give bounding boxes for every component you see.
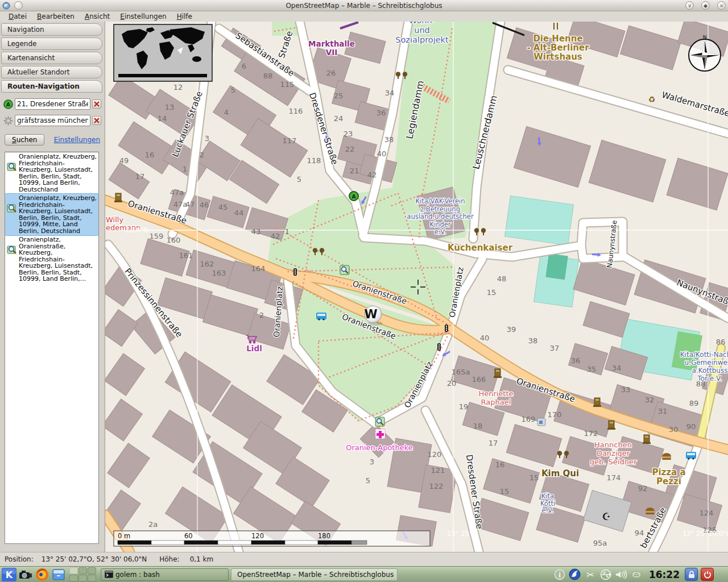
house-number: 34 xyxy=(612,364,622,372)
svg-text:K: K xyxy=(6,569,13,580)
file-drawer-icon xyxy=(52,569,65,580)
maximize-button[interactable]: ◆ xyxy=(701,1,710,10)
house-number: 44 xyxy=(234,209,244,217)
house-number: 13 xyxy=(165,103,175,111)
house-number: 2 xyxy=(200,151,204,159)
house-number: 40 xyxy=(377,149,387,158)
house-number: 40 xyxy=(480,334,490,342)
panel-hide-handle[interactable] xyxy=(718,567,728,582)
desktop-pager xyxy=(69,567,96,581)
house-number: 31 xyxy=(658,407,668,415)
taskbar-item-konsole[interactable]: golem : bash xyxy=(101,568,229,581)
menu-datei[interactable]: Datei xyxy=(3,12,32,21)
route-from-delete-button[interactable] xyxy=(92,99,101,109)
klipper-scissors-icon[interactable]: ✂ xyxy=(584,568,597,581)
map-scale-bar: 0 m60120180 xyxy=(114,531,430,546)
route-start-marker[interactable]: A xyxy=(349,192,358,201)
kmenu-button[interactable]: K xyxy=(2,568,16,581)
house-number: 163 xyxy=(212,269,226,277)
pager-desktop-4[interactable] xyxy=(69,575,78,581)
map-canvas[interactable]: ☪ ♻ A W SebastianstraßeStraßeDresde xyxy=(105,22,728,552)
house-number: 122 xyxy=(429,482,444,490)
title-bar: OpenStreetMap – Marble – Schreibtischglo… xyxy=(0,0,728,11)
usb-device-icon[interactable] xyxy=(599,568,612,581)
house-number: 116 xyxy=(289,107,303,115)
house-number: 124 xyxy=(700,509,714,517)
menu-einstellungen[interactable]: Einstellungen xyxy=(115,12,171,21)
house-number: 21 xyxy=(350,167,359,175)
menu-ansicht[interactable]: Ansicht xyxy=(80,12,115,21)
house-number: 43 xyxy=(251,227,261,236)
search-result-item[interactable]: Oranienplatz, Kreuzberg, Friedrichshain-… xyxy=(5,152,98,194)
route-search-delete-button[interactable] xyxy=(92,116,101,125)
house-number: 35 xyxy=(587,365,597,373)
house-number: 16 xyxy=(495,460,505,469)
house-number: 94 xyxy=(635,529,644,537)
info-icon[interactable]: i xyxy=(553,568,566,581)
route-from-input[interactable] xyxy=(15,98,90,110)
search-button[interactable]: Suchen xyxy=(5,134,44,146)
menu-bearbeiten[interactable]: Bearbeiten xyxy=(32,12,80,21)
taskbar-item-label: golem : bash xyxy=(115,571,160,579)
house-number: 3 xyxy=(205,134,209,143)
recycling-icon: ♻ xyxy=(648,95,656,104)
taskbar-item-marble[interactable]: OpenStreetMap – Marble – Schreibtischglo… xyxy=(231,568,398,581)
sidebar-tab-routen-navigation[interactable]: Routen-Navigation xyxy=(1,80,102,93)
search-result-item[interactable]: Oranienplatz, Kreuzberg, Friedrichshain-… xyxy=(5,194,98,235)
search-result-text: Oranienplatz, Oranienstraße, Kreuzberg, … xyxy=(19,236,98,282)
firefox-launcher[interactable] xyxy=(35,568,49,581)
house-number: 23 xyxy=(344,130,353,138)
tray-collapse-icon[interactable] xyxy=(630,568,643,581)
house-number: 49 xyxy=(119,156,129,165)
overview-minimap[interactable] xyxy=(114,24,212,81)
route-start-icon: A xyxy=(3,99,13,109)
routing-settings-link[interactable]: Einstellungen xyxy=(54,136,100,144)
volume-icon[interactable] xyxy=(615,568,627,581)
pager-desktop-5[interactable] xyxy=(78,575,87,581)
house-number: 15 xyxy=(487,288,497,297)
menu-bar: DateiBearbeitenAnsichtEinstellungenHilfe xyxy=(0,11,728,22)
status-bar: Position: 13° 25' 02,7"O, 52° 30' 06,0"N… xyxy=(0,552,728,566)
sidebar-tab-kartenansicht[interactable]: Kartenansicht xyxy=(1,52,102,64)
house-number: 47 xyxy=(185,200,195,209)
poi-label: Pizza aPezzi xyxy=(652,467,685,487)
map-viewport[interactable]: ☪ ♻ A W SebastianstraßeStraßeDresde xyxy=(105,22,728,552)
house-number: 38 xyxy=(528,336,538,345)
house-number: 17 xyxy=(489,439,498,447)
sidebar-tab-legende[interactable]: Legende xyxy=(1,38,102,50)
filemanager-launcher[interactable] xyxy=(51,568,66,581)
house-number: 32 xyxy=(645,396,655,404)
sidebar-tab-aktueller-standort[interactable]: Aktueller Standort xyxy=(1,66,102,78)
amarok-icon[interactable] xyxy=(569,568,581,581)
sidebar-tab-navigation[interactable]: Navigation xyxy=(1,23,102,36)
pager-desktop-6[interactable] xyxy=(88,575,96,581)
house-number: 5 xyxy=(231,86,235,94)
screenshot-launcher[interactable] xyxy=(18,568,33,581)
pager-desktop-3[interactable] xyxy=(88,567,96,574)
traffic-light-icon xyxy=(293,268,297,276)
search-result-marker[interactable] xyxy=(375,417,384,426)
svg-text:A: A xyxy=(352,194,356,199)
house-number: 38 xyxy=(384,135,394,144)
house-number: 3 xyxy=(370,458,374,466)
red-x-icon xyxy=(94,118,100,123)
panel-clock[interactable]: 16:22 xyxy=(649,569,680,580)
search-result-item[interactable]: Oranienplatz, Oranienstraße, Kreuzberg, … xyxy=(5,235,98,284)
menu-hilfe[interactable]: Hilfe xyxy=(172,12,197,21)
pager-desktop-1[interactable] xyxy=(69,567,78,574)
terminal-icon xyxy=(105,571,113,578)
pager-desktop-2[interactable] xyxy=(78,567,87,574)
search-result-marker[interactable] xyxy=(340,265,349,275)
altitude-label: Höhe: xyxy=(159,555,179,563)
close-button[interactable]: × xyxy=(717,1,726,10)
shutdown-button[interactable] xyxy=(701,568,714,581)
taskbar-item-label: OpenStreetMap – Marble – Schreibtischglo… xyxy=(237,571,394,579)
minimize-button[interactable]: ∨ xyxy=(685,1,694,10)
house-number: 95a xyxy=(593,539,607,547)
lock-session-button[interactable] xyxy=(685,568,698,581)
house-number: 18 xyxy=(473,422,483,430)
route-search-input[interactable] xyxy=(15,115,90,126)
house-number: 24 xyxy=(334,114,344,123)
house-number: 33 xyxy=(621,385,631,394)
poi-label: Kim Qui xyxy=(541,468,579,479)
